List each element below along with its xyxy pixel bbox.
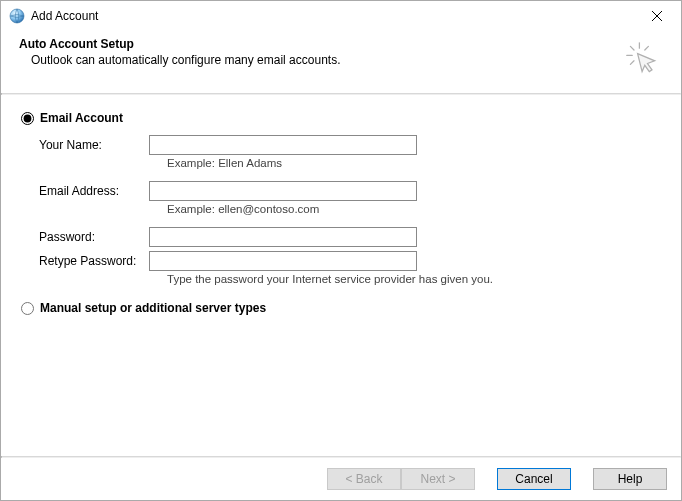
hint-row-email: Example: ellen@contoso.com: [39, 203, 663, 215]
add-account-dialog: Add Account Auto Account Setup Outlook c…: [0, 0, 682, 501]
email-account-form: Your Name: Example: Ellen Adams Email Ad…: [39, 135, 663, 285]
radio-manual-setup-label[interactable]: Manual setup or additional server types: [40, 301, 266, 315]
header-title: Auto Account Setup: [19, 37, 623, 51]
hint-password: Type the password your Internet service …: [167, 273, 493, 285]
wizard-body: Email Account Your Name: Example: Ellen …: [1, 95, 681, 456]
label-your-name: Your Name:: [39, 138, 149, 152]
hint-your-name: Example: Ellen Adams: [167, 157, 282, 169]
row-email: Email Address:: [39, 181, 663, 201]
svg-line-5: [630, 46, 634, 50]
hint-row-your-name: Example: Ellen Adams: [39, 157, 663, 169]
cursor-click-icon: [623, 39, 663, 79]
radio-email-account-label[interactable]: Email Account: [40, 111, 123, 125]
wizard-header: Auto Account Setup Outlook can automatic…: [1, 31, 681, 93]
option-manual-setup[interactable]: Manual setup or additional server types: [21, 301, 663, 315]
window-title: Add Account: [31, 9, 634, 23]
button-bar: < Back Next > Cancel Help: [1, 458, 681, 500]
svg-line-7: [630, 61, 634, 65]
option-email-account[interactable]: Email Account: [21, 111, 663, 125]
svg-point-0: [10, 9, 24, 23]
row-retype-password: Retype Password:: [39, 251, 663, 271]
row-password: Password:: [39, 227, 663, 247]
help-button[interactable]: Help: [593, 468, 667, 490]
titlebar: Add Account: [1, 1, 681, 31]
cancel-button[interactable]: Cancel: [497, 468, 571, 490]
input-email[interactable]: [149, 181, 417, 201]
hint-email: Example: ellen@contoso.com: [167, 203, 319, 215]
label-retype-password: Retype Password:: [39, 254, 149, 268]
radio-manual-setup[interactable]: [21, 302, 34, 315]
header-subtitle: Outlook can automatically configure many…: [19, 53, 623, 67]
radio-email-account[interactable]: [21, 112, 34, 125]
close-button[interactable]: [634, 1, 679, 31]
globe-icon: [9, 8, 25, 24]
svg-line-6: [645, 46, 649, 50]
hint-row-password: Type the password your Internet service …: [39, 273, 663, 285]
input-retype-password[interactable]: [149, 251, 417, 271]
label-email: Email Address:: [39, 184, 149, 198]
next-button: Next >: [401, 468, 475, 490]
input-your-name[interactable]: [149, 135, 417, 155]
row-your-name: Your Name:: [39, 135, 663, 155]
back-button: < Back: [327, 468, 401, 490]
label-password: Password:: [39, 230, 149, 244]
input-password[interactable]: [149, 227, 417, 247]
close-icon: [652, 11, 662, 21]
